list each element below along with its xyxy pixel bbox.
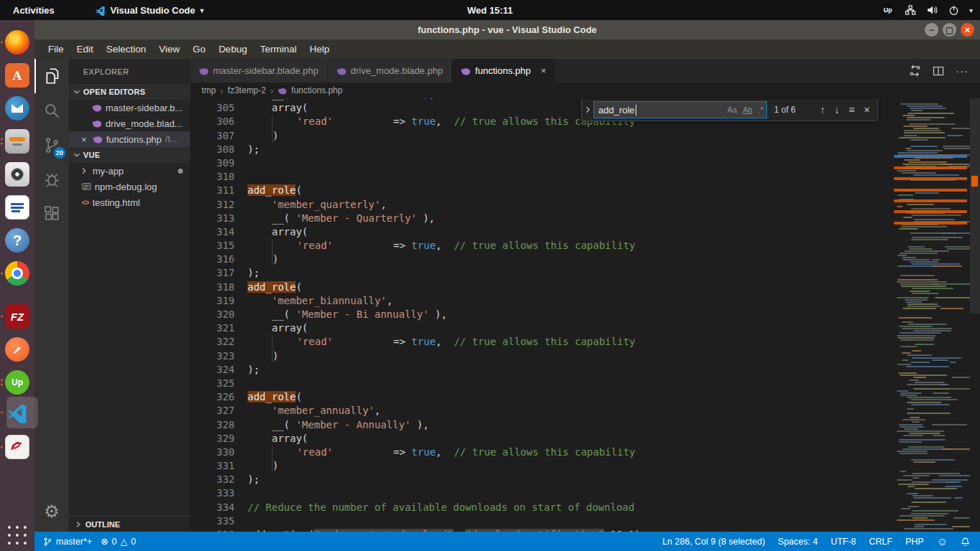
code-line[interactable]: 327 'member_annually',: [190, 404, 646, 418]
code-line[interactable]: 306 'read' => true, // true allows this …: [190, 115, 646, 128]
more-actions-icon[interactable]: ···: [956, 65, 969, 77]
power-icon[interactable]: [948, 5, 959, 16]
next-match-arrow-icon[interactable]: ↓: [834, 104, 839, 116]
activitybar-debug[interactable]: [34, 162, 69, 197]
code-line[interactable]: 313 __( 'Member - Quarterly' ),: [190, 212, 646, 225]
code-line[interactable]: 330 'read' => true, // true allows this …: [190, 446, 646, 459]
dock-thunderbird-icon[interactable]: [5, 96, 29, 121]
code-line[interactable]: 310: [190, 170, 646, 184]
code-line[interactable]: 319 'member_biannually',: [190, 294, 646, 308]
code-line[interactable]: 312 'member_quarterly',: [190, 198, 646, 212]
code-line[interactable]: 315 'read' => true, // true allows this …: [190, 239, 646, 253]
code-line[interactable]: 305 array(: [190, 101, 646, 115]
dock-rhythmbox-icon[interactable]: [5, 162, 29, 187]
activitybar-explorer[interactable]: [34, 59, 69, 93]
notifications-bell-icon[interactable]: [961, 537, 970, 547]
activities-button[interactable]: Activities: [0, 5, 67, 16]
code-line[interactable]: 325: [190, 377, 646, 390]
eol-status[interactable]: CRLF: [869, 537, 892, 547]
code-line[interactable]: 311add_role(: [190, 184, 646, 197]
outline-section-header[interactable]: OUTLINE: [69, 516, 190, 532]
dock-chrome-icon[interactable]: [5, 261, 29, 286]
code-line[interactable]: 321 array(: [190, 321, 646, 335]
menu-help[interactable]: Help: [303, 44, 336, 55]
manage-gear-icon[interactable]: ⚙: [34, 497, 69, 526]
code-line[interactable]: 318add_role(: [190, 281, 646, 294]
match-case-toggle[interactable]: Aa: [727, 105, 737, 114]
code-line[interactable]: 322 'read' => true, // true allows this …: [190, 335, 646, 349]
minimap[interactable]: [892, 98, 970, 532]
language-mode-status[interactable]: PHP: [905, 537, 924, 547]
activitybar-source-control[interactable]: 20: [34, 128, 69, 162]
open-editors-header[interactable]: OPEN EDITORS: [69, 84, 190, 100]
close-tab-icon[interactable]: ×: [541, 65, 547, 76]
menu-debug[interactable]: Debug: [212, 44, 254, 55]
menu-go[interactable]: Go: [187, 44, 212, 55]
code-line[interactable]: 332);: [190, 473, 646, 486]
dock-filezilla-icon[interactable]: FZ: [5, 304, 29, 329]
maximize-button[interactable]: ▢: [943, 23, 956, 37]
app-menu-button[interactable]: Visual Studio Code ▾: [95, 5, 204, 16]
dock-red-swirl-app-icon[interactable]: [5, 435, 29, 459]
tree-item-testing-html[interactable]: <> testing.html: [69, 194, 190, 210]
open-changes-icon[interactable]: [909, 65, 921, 77]
code-line[interactable]: 331 ): [190, 459, 646, 473]
code-line[interactable]: 333: [190, 486, 646, 500]
tray-chevron-down-icon[interactable]: ▾: [969, 6, 973, 14]
code-line[interactable]: 316 ): [190, 253, 646, 266]
close-find-icon[interactable]: ×: [864, 104, 870, 116]
menu-terminal[interactable]: Terminal: [253, 44, 303, 55]
whole-word-toggle[interactable]: Ab: [743, 105, 752, 114]
git-branch-status[interactable]: master*+: [43, 537, 92, 547]
code-line[interactable]: 328 __( 'Member - Annually' ),: [190, 418, 646, 432]
code-line[interactable]: 323 ): [190, 349, 646, 363]
code-line[interactable]: 307 ): [190, 129, 646, 143]
dock-upwork-icon[interactable]: Up: [5, 370, 29, 395]
open-editor-drive-mode[interactable]: drive_mode.blad...: [69, 116, 190, 131]
code-line[interactable]: 309: [190, 156, 646, 170]
regex-toggle[interactable]: .*: [758, 105, 763, 114]
dock-postman-icon[interactable]: [5, 337, 29, 362]
breadcrumb-functions-php[interactable]: functions.php: [291, 85, 342, 95]
overview-ruler[interactable]: [970, 98, 980, 532]
toggle-replace-chevron-icon[interactable]: [582, 105, 593, 114]
scrollbar-slider[interactable]: [970, 98, 980, 314]
close-icon[interactable]: ×: [79, 134, 89, 145]
menu-selection[interactable]: Selection: [100, 44, 153, 55]
dock-files-icon[interactable]: [5, 129, 29, 154]
previous-match-arrow-icon[interactable]: ↑: [820, 104, 825, 116]
volume-icon[interactable]: [926, 4, 938, 16]
code-line[interactable]: 320 __( 'Member - Bi annually' ),: [190, 308, 646, 321]
find-in-selection-icon[interactable]: ≡: [849, 104, 854, 116]
cursor-position-status[interactable]: Ln 286, Col 9 (8 selected): [662, 537, 765, 547]
code-line[interactable]: 329 array(: [190, 432, 646, 446]
feedback-smiley-icon[interactable]: ☺: [937, 535, 948, 547]
open-editor-master-sidebar[interactable]: master-sidebar.b...: [69, 100, 190, 116]
code-editor[interactable]: 304 __( 'Premium Subscriber' ),305 array…: [190, 98, 980, 532]
tab-drive-mode[interactable]: drive_mode.blade.php: [328, 59, 453, 83]
breadcrumb-tmp[interactable]: tmp: [202, 85, 216, 95]
code-line[interactable]: 308);: [190, 143, 646, 156]
tab-master-sidebar[interactable]: master-sidebar.blade.php: [190, 59, 328, 83]
dock-vscode-icon[interactable]: [5, 400, 29, 425]
clock[interactable]: Wed 15:11: [467, 5, 512, 16]
dock-ubuntu-software-icon[interactable]: A: [5, 63, 29, 88]
tab-functions-php[interactable]: functions.php ×: [452, 59, 555, 83]
split-editor-icon[interactable]: [933, 65, 944, 77]
dock-help-icon[interactable]: ?: [5, 228, 29, 253]
encoding-status[interactable]: UTF-8: [831, 537, 856, 547]
find-input[interactable]: add_role Aa Ab .*: [593, 101, 767, 118]
code-line[interactable]: 317);: [190, 266, 646, 280]
folder-section-header[interactable]: VUE: [69, 147, 190, 163]
code-line[interactable]: 335: [190, 514, 646, 528]
show-applications-button[interactable]: [7, 525, 27, 545]
activitybar-extensions[interactable]: [34, 197, 69, 231]
close-button[interactable]: ×: [961, 23, 974, 37]
dock-firefox-icon[interactable]: [5, 30, 29, 55]
dock-libreoffice-writer-icon[interactable]: [5, 195, 29, 220]
code-line[interactable]: 326add_role(: [190, 390, 646, 404]
code-line[interactable]: 324);: [190, 363, 646, 377]
breadcrumb-fz3temp-2[interactable]: fz3temp-2: [227, 85, 265, 95]
code-line[interactable]: 314 array(: [190, 225, 646, 239]
menu-view[interactable]: View: [153, 44, 187, 55]
